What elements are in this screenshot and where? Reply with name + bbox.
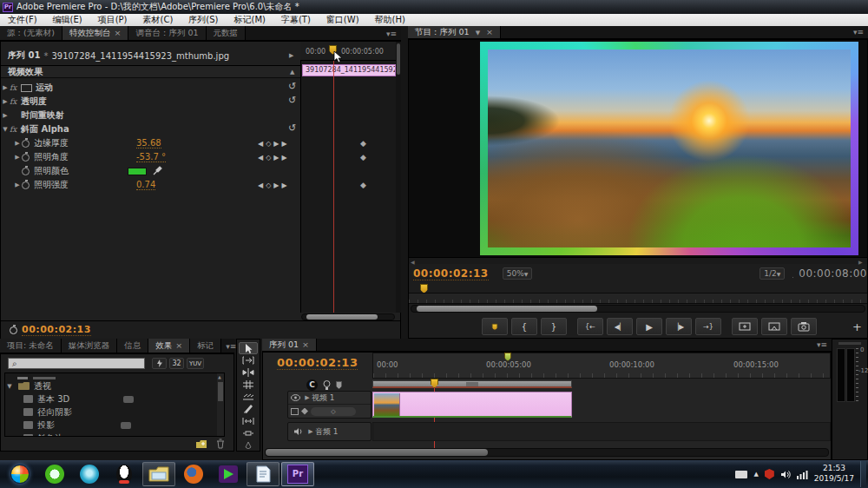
filter-yuv-button[interactable]: YUV [187, 358, 204, 369]
toggle-animation-icon[interactable] [22, 181, 30, 189]
extract-button[interactable] [761, 318, 787, 335]
delete-trash-icon[interactable] [216, 439, 225, 449]
ec-timeline-toggle-icon[interactable]: ▶ [289, 52, 293, 59]
taskbar-notepad[interactable] [247, 462, 279, 486]
rolling-edit-tool[interactable] [239, 379, 258, 391]
keyframe-navigator[interactable]: ◀ ◇ ▶ ▶ [258, 140, 287, 148]
prev-keyframe-icon[interactable]: ◀ [258, 154, 263, 162]
ec-vscroll-thumb[interactable] [397, 43, 400, 75]
mark-out-button[interactable]: } [541, 318, 567, 335]
panel-menu-icon[interactable]: ▾≡ [849, 26, 868, 38]
ec-mini-ruler[interactable]: 00:00 00:00:05:00 [300, 42, 396, 61]
disclosure-open-icon[interactable]: ▼ [5, 383, 14, 390]
next-keyframe2-icon[interactable]: ▶ [281, 154, 286, 162]
tab-program-monitor[interactable]: 节目：序列 01 ▼ × [408, 26, 501, 38]
fx-badge[interactable]: fx [10, 97, 21, 106]
menu-file[interactable]: 文件(F) [0, 14, 45, 26]
add-marker-button[interactable] [482, 318, 508, 335]
taskbar-explorer[interactable] [142, 462, 175, 486]
new-folder-icon[interactable] [195, 439, 207, 449]
tree-item-basic3d[interactable]: 基本 3D [5, 392, 224, 406]
disclosure-icon[interactable]: ▶ [306, 428, 315, 435]
param-value[interactable]: -53.7 ° [136, 152, 166, 162]
settings-wrench-icon[interactable] [792, 267, 793, 280]
menu-help[interactable]: 帮助(H) [367, 14, 413, 26]
program-zoom-thumb[interactable] [417, 306, 597, 312]
tab-sequence[interactable]: 序列 01× [262, 339, 317, 351]
close-icon[interactable]: × [486, 27, 493, 36]
disclosure-icon[interactable]: ▶ [1, 84, 10, 91]
keyframe-navigator[interactable]: ◀ ◇ ▶ ▶ [258, 181, 287, 189]
ec-hscroll-thumb[interactable] [306, 314, 378, 320]
slide-tool[interactable] [239, 427, 258, 439]
disclosure-icon[interactable]: ▶ [1, 112, 10, 119]
timeline-hscroll-thumb[interactable] [266, 449, 488, 456]
disclosure-icon[interactable]: ▶ [1, 98, 10, 105]
track-keyframe-navigator[interactable]: ◇ [311, 407, 356, 416]
effect-row-time-remap[interactable]: ▶ 时间重映射 [1, 109, 300, 122]
timeline-current-timecode[interactable]: 00:00:02:13 [277, 356, 358, 370]
dropdown-icon[interactable]: ▼ [476, 30, 480, 36]
timeline-hscrollbar[interactable] [265, 448, 829, 457]
fx-badge[interactable]: fx [10, 125, 21, 134]
tab-metadata[interactable]: 元数据 [207, 26, 247, 40]
next-keyframe-icon[interactable]: ▶ [273, 154, 279, 162]
menu-marker[interactable]: 标记(M) [226, 14, 273, 26]
taskbar-firefox[interactable] [177, 462, 210, 486]
mark-in-button[interactable]: { [511, 318, 537, 335]
menu-project[interactable]: 项目(P) [90, 14, 135, 26]
disclosure-icon[interactable]: ▶ [13, 154, 22, 161]
network-signal-icon[interactable] [797, 470, 808, 479]
close-icon[interactable]: × [114, 28, 121, 37]
disclosure-icon[interactable]: ▶ [303, 394, 312, 401]
toggle-animation-icon[interactable] [22, 154, 30, 162]
show-hidden-icons[interactable]: ▲ [753, 471, 758, 478]
work-area-bar[interactable] [372, 380, 572, 388]
menu-title[interactable]: 字幕(T) [273, 14, 319, 26]
prev-keyframe-icon[interactable]: ◀ [258, 181, 263, 189]
next-keyframe2-icon[interactable]: ▶ [281, 181, 286, 189]
menu-clip[interactable]: 素材(C) [135, 14, 181, 26]
ec-current-timecode[interactable]: 00:00:02:13 [22, 324, 91, 336]
ec-hscrollbar[interactable] [301, 313, 395, 320]
tab-project[interactable]: 项目: 未命名 [0, 339, 62, 353]
program-time-ruler[interactable] [409, 293, 867, 304]
effect-row-motion[interactable]: ▶ fx 运动 ↺ [1, 81, 300, 95]
menu-edit[interactable]: 编辑(E) [45, 14, 90, 26]
tab-effect-controls[interactable]: 特效控制台× [62, 26, 128, 40]
effect-row-bevel-alpha[interactable]: ▼ fx 斜面 Alpha ↺ [1, 122, 300, 136]
close-icon[interactable]: × [302, 340, 309, 349]
snap-toggle-icon[interactable]: C [306, 379, 318, 391]
button-editor-plus[interactable]: + [852, 320, 862, 333]
taskbar-qq[interactable] [108, 462, 141, 486]
add-keyframe-icon[interactable]: ◇ [266, 154, 271, 162]
tree-item-clipped[interactable] [5, 373, 224, 379]
keyframe-diamond[interactable]: ◆ [360, 181, 366, 189]
tab-audio-mixer[interactable]: 调音台：序列 01 [128, 26, 206, 40]
disclosure-icon[interactable]: ▶ [13, 140, 22, 147]
scroll-up-icon[interactable]: ▲ [218, 374, 221, 379]
effect-row-opacity[interactable]: ▶ fx 透明度 ↺ [1, 95, 300, 109]
reset-effect-icon[interactable]: ↺ [288, 95, 296, 106]
lift-button[interactable] [732, 318, 758, 335]
set-display-style-icon[interactable] [291, 408, 299, 415]
ime-indicator-icon[interactable] [735, 471, 747, 478]
tree-folder-perspective[interactable]: ▼ 透视 [5, 379, 224, 392]
start-button[interactable] [3, 462, 36, 486]
toggle-animation-icon[interactable] [22, 168, 30, 175]
filter-32bit-button[interactable]: 32 [169, 358, 184, 369]
taskbar-browser-360[interactable] [38, 462, 71, 486]
track-select-tool[interactable] [239, 355, 258, 366]
tab-source-monitor[interactable]: 源：(无素材) [0, 26, 62, 40]
tree-item-radial-shadow[interactable]: 径向阴影 [5, 406, 224, 419]
antivirus-tray-icon[interactable] [765, 469, 774, 479]
param-value[interactable]: 35.68 [136, 138, 161, 148]
work-area-grip[interactable] [466, 382, 478, 386]
tab-info[interactable]: 信息 [117, 339, 148, 353]
param-value[interactable]: 0.74 [136, 180, 155, 190]
set-marker-icon[interactable] [323, 380, 331, 391]
timeline-ruler[interactable]: 00:00 00:00:05:00 00:00:10:00 00:00:15:0… [372, 353, 831, 379]
playback-resolution-dropdown[interactable]: 1/2 ▼ [760, 267, 785, 280]
taskbar-video-player[interactable] [73, 462, 106, 486]
keyframe-navigator[interactable]: ◀ ◇ ▶ ▶ [258, 154, 287, 162]
